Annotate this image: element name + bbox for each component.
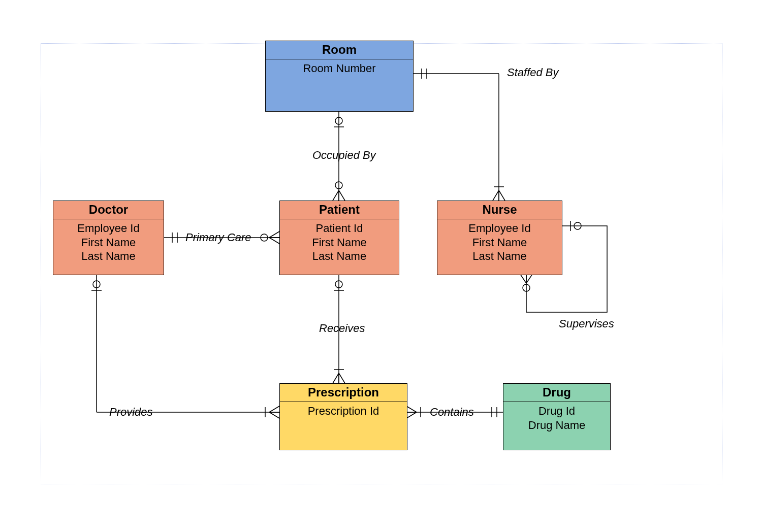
entity-title: Patient <box>280 201 399 219</box>
entity-title: Nurse <box>437 201 562 219</box>
entity-nurse[interactable]: Nurse Employee Id First Name Last Name <box>437 201 562 275</box>
entity-drug[interactable]: Drug Drug Id Drug Name <box>503 383 611 450</box>
entity-title: Drug <box>503 384 610 402</box>
entity-attrs: Prescription Id <box>280 402 407 418</box>
entity-attrs: Employee Id First Name Last Name <box>53 219 164 263</box>
entity-doctor[interactable]: Doctor Employee Id First Name Last Name <box>53 201 164 275</box>
entity-attrs: Employee Id First Name Last Name <box>437 219 562 263</box>
rel-receives: Receives <box>319 322 365 335</box>
entity-prescription[interactable]: Prescription Prescription Id <box>279 383 407 450</box>
entity-title: Prescription <box>280 384 407 402</box>
entity-attrs: Room Number <box>266 59 413 76</box>
rel-staffed-by: Staffed By <box>507 66 559 79</box>
entity-title: Room <box>266 41 413 59</box>
entity-title: Doctor <box>53 201 164 219</box>
rel-contains: Contains <box>430 406 474 419</box>
rel-supervises: Supervises <box>559 317 614 330</box>
rel-occupied-by: Occupied By <box>312 149 376 162</box>
rel-primary-care: Primary Care <box>185 231 251 244</box>
entity-patient[interactable]: Patient Patient Id First Name Last Name <box>279 201 399 275</box>
entity-room[interactable]: Room Room Number <box>265 41 414 112</box>
entity-attrs: Drug Id Drug Name <box>503 402 610 432</box>
rel-provides: Provides <box>109 406 153 419</box>
entity-attrs: Patient Id First Name Last Name <box>280 219 399 263</box>
